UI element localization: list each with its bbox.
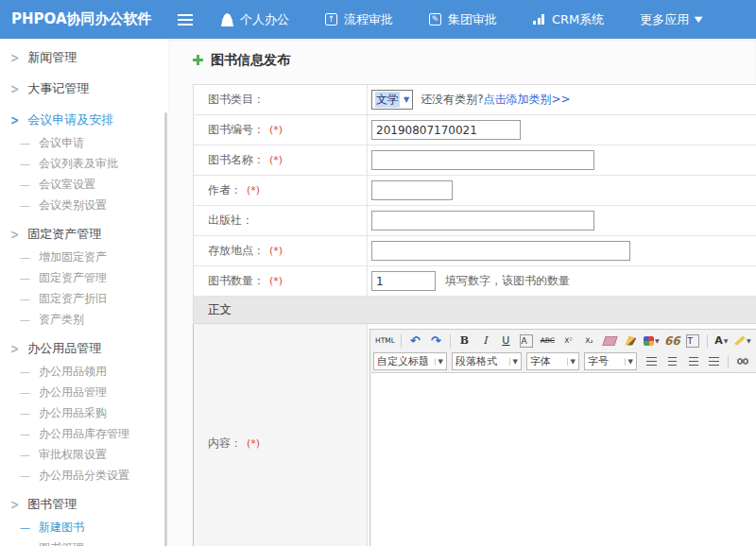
editor-toolbar-row2: 自定义标题▼段落格式▼字体▼字号▼ xyxy=(370,351,756,372)
align-right-icon[interactable] xyxy=(683,352,703,370)
selected-category: 文学 xyxy=(375,92,400,108)
paragraph-format-select[interactable]: 段落格式▼ xyxy=(452,352,522,370)
sidebar-item[interactable]: —办公用品领用 xyxy=(0,361,168,382)
strikethrough-button[interactable]: ABC xyxy=(538,332,558,350)
location-input[interactable] xyxy=(371,241,630,261)
redo-icon[interactable]: ↷ xyxy=(426,332,446,350)
caret-down-icon: ▼ xyxy=(724,337,729,344)
sidebar-item[interactable]: —办公用品分类设置 xyxy=(0,465,168,486)
hamburger-menu-icon[interactable] xyxy=(178,14,193,26)
dash-icon: — xyxy=(20,428,30,440)
align-center-icon[interactable] xyxy=(662,352,682,370)
field-label: 存放地点： xyxy=(208,243,265,259)
caret-down-icon: ▼ xyxy=(625,358,633,366)
sidebar-scrollbar[interactable] xyxy=(164,112,167,546)
author-input[interactable] xyxy=(371,180,453,200)
section-header: 正文 xyxy=(194,297,756,324)
font-color-button[interactable]: A▼ xyxy=(712,332,731,350)
book-name-input[interactable] xyxy=(371,150,594,170)
sidebar-group[interactable]: >大事记管理 xyxy=(0,77,168,101)
superscript-button[interactable]: X² xyxy=(558,332,578,350)
char-border-button[interactable]: A xyxy=(517,332,537,350)
text-color-icon xyxy=(644,336,654,346)
sidebar-group[interactable]: >图书管理 xyxy=(0,492,168,517)
sidebar-item[interactable]: —会议申请 xyxy=(0,132,168,153)
app-logo: PHPOA协同办公软件 xyxy=(0,10,168,28)
blockquote-button[interactable]: 66 xyxy=(662,332,682,350)
link-icon xyxy=(736,357,749,366)
toolbar-separator xyxy=(401,334,402,348)
publisher-input[interactable] xyxy=(371,211,594,230)
sidebar-item[interactable]: —固定资产折旧 xyxy=(0,288,168,309)
remove-format-icon[interactable] xyxy=(600,332,620,350)
add-category-link[interactable]: 点击添加类别>> xyxy=(484,92,571,108)
topnav-item[interactable]: 更多应用▼ xyxy=(640,11,701,28)
field-label: 图书类目： xyxy=(208,92,265,108)
form-row-author: 作者： (*) xyxy=(194,176,756,206)
sidebar-item[interactable]: —办公用品管理 xyxy=(0,382,168,402)
sidebar-item-label: 办公用品库存管理 xyxy=(39,426,129,442)
subscript-button[interactable]: X₂ xyxy=(579,332,599,350)
align-justify-icon[interactable] xyxy=(704,352,724,370)
sidebar-item-label: 固定资产折旧 xyxy=(39,291,107,307)
sidebar-group[interactable]: >固定资产管理 xyxy=(0,222,168,247)
highlight-pen-icon[interactable]: ▼ xyxy=(732,332,753,350)
toolbar-separator xyxy=(707,334,708,348)
sidebar-item[interactable]: —增加固定资产 xyxy=(0,247,168,267)
book-category-select[interactable]: 文学 ▼ xyxy=(371,90,413,110)
text-color-icon[interactable]: ▼ xyxy=(642,332,662,350)
sidebar-item[interactable]: —办公用品采购 xyxy=(0,402,168,423)
sidebar-group[interactable]: >办公用品管理 xyxy=(0,336,168,361)
paste-as-text-button[interactable]: T xyxy=(683,332,703,350)
sidebar-group[interactable]: >会议申请及安排 xyxy=(0,108,168,132)
html-source-button[interactable]: HTML xyxy=(373,332,397,350)
font-size-select[interactable]: 字号▼ xyxy=(584,352,637,370)
sidebar-group-label: 图书管理 xyxy=(27,496,77,513)
sidebar-item[interactable]: —会议列表及审批 xyxy=(0,153,168,174)
dash-icon: — xyxy=(20,469,30,482)
sidebar-item-label: 图书管理 xyxy=(39,540,84,546)
topnav-item[interactable]: 个人办公 xyxy=(221,11,289,28)
sidebar-item[interactable]: —新建图书 xyxy=(0,517,168,537)
align-left-icon[interactable] xyxy=(642,352,662,370)
dash-icon: — xyxy=(20,386,30,399)
field-label: 图书编号： xyxy=(208,122,265,138)
custom-title-select[interactable]: 自定义标题▼ xyxy=(373,352,447,370)
sidebar-group-label: 固定资产管理 xyxy=(27,226,101,243)
chevron-right-icon: > xyxy=(10,112,19,128)
topnav-item[interactable]: 流程审批 xyxy=(325,11,393,28)
undo-icon[interactable]: ↶ xyxy=(405,332,425,350)
bold-button[interactable]: B xyxy=(455,332,474,350)
field-label: 内容： xyxy=(208,435,242,452)
sidebar-item[interactable]: —固定资产管理 xyxy=(0,267,168,288)
sidebar-item[interactable]: —办公用品库存管理 xyxy=(0,423,168,444)
dash-icon: — xyxy=(20,179,30,191)
underline-button[interactable]: U xyxy=(496,332,516,350)
link-icon[interactable] xyxy=(732,352,752,370)
sidebar-item[interactable]: —审批权限设置 xyxy=(0,444,168,465)
sidebar-item-label: 会议类别设置 xyxy=(39,197,107,213)
dash-icon: — xyxy=(20,158,30,170)
topnav-item[interactable]: 集团审批 xyxy=(429,11,497,28)
sidebar-item-label: 会议列表及审批 xyxy=(39,156,118,172)
caret-down-icon: ▼ xyxy=(655,337,660,344)
sidebar-group-label: 新闻管理 xyxy=(27,49,77,66)
caret-down-icon: ▼ xyxy=(747,337,751,344)
topbar: PHPOA协同办公软件 个人办公流程审批集团审批CRM系统更多应用▼ xyxy=(0,0,756,39)
sidebar-item[interactable]: —图书管理 xyxy=(0,537,168,546)
topnav-item[interactable]: CRM系统 xyxy=(533,11,604,28)
sidebar-item[interactable]: —资产类别 xyxy=(0,309,168,330)
sidebar-item[interactable]: —会议室设置 xyxy=(0,174,168,195)
editor-content-area[interactable] xyxy=(371,372,756,546)
book-code-input[interactable] xyxy=(371,120,521,140)
caret-down-icon: ▼ xyxy=(695,15,703,24)
quantity-input[interactable] xyxy=(371,271,436,291)
sidebar-group-label: 会议申请及安排 xyxy=(27,111,113,128)
sidebar-item[interactable]: —会议类别设置 xyxy=(0,195,168,215)
align-center-icon xyxy=(667,357,678,366)
field-label: 图书名称： xyxy=(208,152,265,168)
format-brush-icon[interactable] xyxy=(621,332,641,350)
font-family-select[interactable]: 字体▼ xyxy=(526,352,579,370)
sidebar-group[interactable]: >新闻管理 xyxy=(0,45,168,70)
italic-button[interactable]: I xyxy=(475,332,495,350)
